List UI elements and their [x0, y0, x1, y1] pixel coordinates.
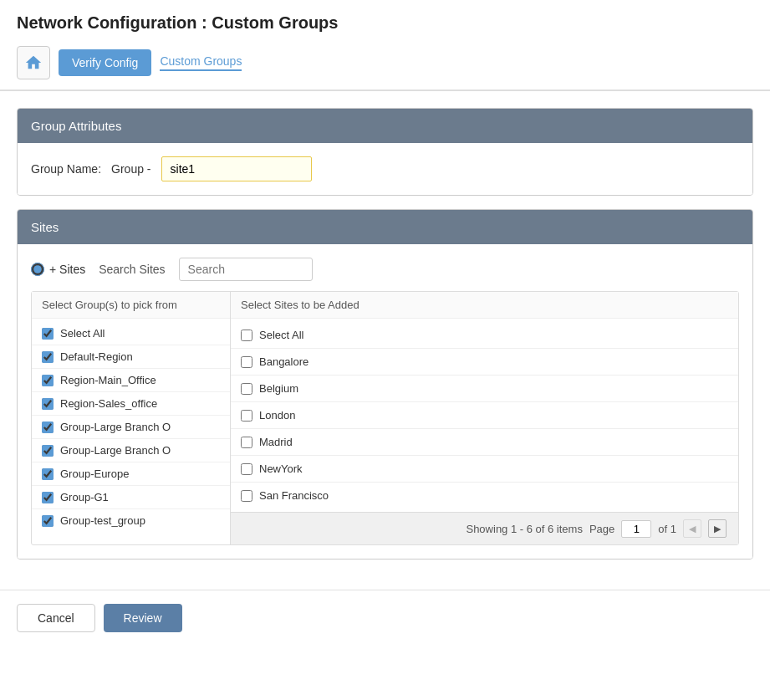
site-checkbox[interactable]: [241, 437, 252, 448]
group-attributes-body: Group Name: Group -: [18, 143, 752, 195]
group-label: Group-Large Branch O: [60, 421, 171, 433]
site-item[interactable]: Select All: [231, 322, 738, 349]
search-sites-label: Search Sites: [99, 263, 165, 276]
group-item[interactable]: Select All: [32, 322, 230, 345]
group-item[interactable]: Region-Sales_office: [32, 392, 230, 416]
site-item[interactable]: Bangalore: [231, 349, 738, 376]
cancel-button[interactable]: Cancel: [17, 604, 95, 632]
page-label: Page: [589, 523, 614, 535]
right-panel: Select Sites to be Added Select AllBanga…: [231, 292, 738, 544]
sites-body: + Sites Search Sites Select Group(s) to …: [18, 244, 752, 559]
nav-bar: Verify Config Custom Groups: [17, 46, 753, 79]
site-label: Select All: [259, 329, 303, 341]
site-item[interactable]: San Francisco: [231, 483, 738, 508]
site-checkbox[interactable]: [241, 410, 252, 422]
site-item[interactable]: London: [231, 402, 738, 429]
next-page-button[interactable]: ▶: [708, 519, 727, 538]
verify-config-button[interactable]: Verify Config: [59, 49, 151, 76]
group-label: Group-Europe: [60, 468, 129, 480]
action-bar: Cancel Review: [0, 590, 770, 646]
page-header: Network Configuration : Custom Groups Ve…: [0, 0, 770, 90]
add-sites-radio[interactable]: [31, 263, 44, 276]
group-checkbox[interactable]: [42, 468, 54, 480]
group-checkbox[interactable]: [42, 375, 54, 386]
site-label: Bangalore: [259, 355, 309, 368]
group-item[interactable]: Region-Main_Office: [32, 369, 230, 392]
group-item[interactable]: Group-Large Branch O: [32, 416, 230, 439]
showing-text: Showing 1 - 6 of 6 items: [466, 523, 582, 535]
group-item[interactable]: Group-Europe: [32, 462, 230, 486]
prev-page-button[interactable]: ◀: [683, 519, 701, 538]
site-label: NewYork: [259, 462, 303, 475]
pagination-bar: Showing 1 - 6 of 6 items Page of 1 ◀ ▶: [231, 512, 738, 544]
sites-section: Sites + Sites Search Sites Select Group(…: [17, 209, 753, 559]
site-item[interactable]: Belgium: [231, 376, 738, 402]
group-label: Default-Region: [60, 350, 133, 363]
add-sites-label: + Sites: [49, 263, 85, 276]
group-checkbox[interactable]: [42, 515, 54, 527]
dual-panel: Select Group(s) to pick from Select AllD…: [31, 291, 739, 545]
groups-list: Select AllDefault-RegionRegion-Main_Offi…: [32, 319, 230, 535]
site-label: Madrid: [259, 436, 293, 448]
left-panel-header: Select Group(s) to pick from: [32, 292, 230, 319]
group-checkbox[interactable]: [42, 351, 54, 363]
main-content: Group Attributes Group Name: Group - Sit…: [0, 91, 770, 590]
group-checkbox[interactable]: [42, 398, 54, 410]
page-input[interactable]: [621, 520, 651, 538]
sites-top-bar: + Sites Search Sites: [31, 258, 739, 281]
group-checkbox[interactable]: [42, 492, 54, 503]
group-item[interactable]: Group-test_group: [32, 509, 230, 532]
add-sites-radio-label[interactable]: + Sites: [31, 263, 85, 276]
site-label: London: [259, 409, 295, 422]
home-button[interactable]: [17, 46, 50, 79]
page-title: Network Configuration : Custom Groups: [17, 13, 753, 33]
sites-header: Sites: [18, 210, 752, 244]
group-item[interactable]: Group-Large Branch O: [32, 439, 230, 462]
group-label: Region-Main_Office: [60, 374, 156, 386]
group-checkbox[interactable]: [42, 422, 54, 433]
group-checkbox[interactable]: [42, 328, 54, 340]
left-panel: Select Group(s) to pick from Select AllD…: [32, 292, 231, 544]
groups-checkbox-list: Select AllDefault-RegionRegion-Main_Offi…: [32, 319, 230, 535]
sites-checkbox-list: Select AllBangaloreBelgiumLondonMadridNe…: [231, 319, 738, 512]
group-name-row: Group Name: Group -: [31, 156, 739, 181]
site-checkbox[interactable]: [241, 383, 252, 395]
group-label: Group-Large Branch O: [60, 444, 171, 457]
custom-groups-link[interactable]: Custom Groups: [160, 54, 242, 71]
group-item[interactable]: Default-Region: [32, 345, 230, 369]
group-label: Group-test_group: [60, 514, 145, 527]
site-label: San Francisco: [259, 489, 329, 502]
site-checkbox[interactable]: [241, 490, 252, 502]
right-panel-header: Select Sites to be Added: [231, 292, 738, 319]
site-item[interactable]: Madrid: [231, 429, 738, 456]
site-item[interactable]: NewYork: [231, 456, 738, 483]
group-attributes-header: Group Attributes: [18, 109, 752, 143]
group-label: Region-Sales_office: [60, 397, 157, 410]
group-item[interactable]: Group-G1: [32, 486, 230, 509]
group-checkbox[interactable]: [42, 445, 54, 457]
site-checkbox[interactable]: [241, 356, 252, 368]
review-button[interactable]: Review: [104, 604, 182, 632]
group-attributes-section: Group Attributes Group Name: Group -: [17, 108, 753, 196]
group-label: Group-G1: [60, 491, 109, 503]
sites-list: Select AllBangaloreBelgiumLondonMadridNe…: [231, 319, 738, 512]
site-label: Belgium: [259, 382, 298, 395]
site-checkbox[interactable]: [241, 463, 252, 475]
group-prefix: Group -: [111, 162, 150, 176]
home-icon: [24, 54, 43, 72]
search-input[interactable]: [179, 258, 313, 281]
of-label: of 1: [658, 523, 676, 535]
group-label: Select All: [60, 327, 105, 340]
site-checkbox[interactable]: [241, 330, 252, 341]
group-name-label: Group Name:: [31, 162, 101, 176]
group-name-input[interactable]: [161, 156, 312, 181]
